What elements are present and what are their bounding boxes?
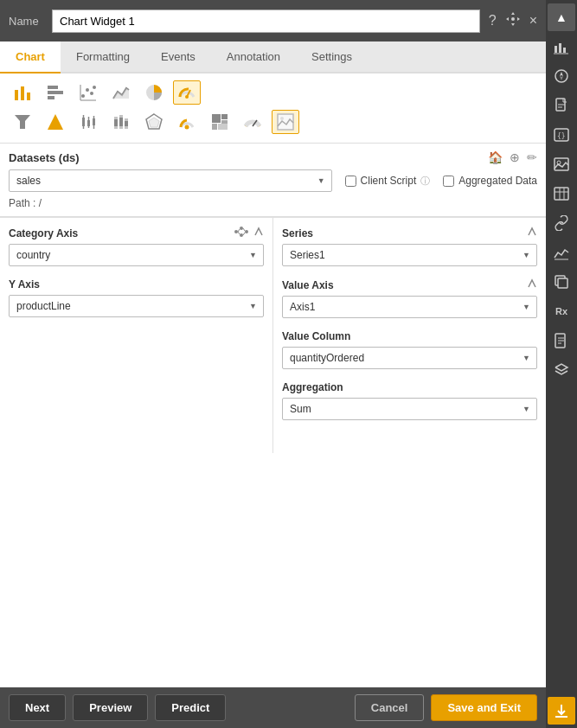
bar-chart-icon[interactable] xyxy=(9,80,36,105)
dataset-select[interactable]: sales xyxy=(10,170,331,191)
home-icon[interactable]: 🏠 xyxy=(488,150,503,164)
client-script-label: Client Script xyxy=(361,175,417,187)
sidebar-copy-icon[interactable] xyxy=(548,268,575,296)
predict-button[interactable]: Predict xyxy=(155,694,226,721)
tab-events[interactable]: Events xyxy=(145,42,211,73)
gauge-alt-icon[interactable] xyxy=(239,110,266,134)
y-axis-label: Y Axis xyxy=(9,278,264,291)
tab-settings[interactable]: Settings xyxy=(296,42,368,73)
help-icon[interactable]: ? xyxy=(489,13,497,29)
svg-point-43 xyxy=(280,117,284,120)
svg-rect-52 xyxy=(555,46,557,53)
svg-marker-34 xyxy=(149,118,159,127)
datasets-section: Datasets (ds) 🏠 ⊕ ✏ sales Client Script … xyxy=(0,144,546,217)
sidebar-chart-icon[interactable] xyxy=(548,33,575,61)
empty-space xyxy=(0,453,546,688)
sidebar-file-icon[interactable] xyxy=(548,327,575,354)
dial-icon[interactable] xyxy=(173,110,201,134)
treemap-icon[interactable] xyxy=(206,110,234,134)
value-column-select-wrapper[interactable]: quantityOrdered xyxy=(282,347,537,369)
sidebar-rx-icon[interactable]: Rx xyxy=(548,297,575,325)
category-axis-label: Category Axis xyxy=(9,227,264,239)
tab-formatting[interactable]: Formatting xyxy=(61,42,145,73)
svg-rect-32 xyxy=(125,121,128,126)
sidebar-image-icon[interactable] xyxy=(548,150,575,178)
value-axis-label: Value Axis xyxy=(282,278,537,291)
network-icon[interactable] xyxy=(234,227,248,239)
svg-rect-66 xyxy=(555,188,568,200)
header: Name ? × xyxy=(0,0,546,42)
sidebar-download-icon[interactable] xyxy=(548,697,575,725)
sidebar-doc-icon[interactable] xyxy=(548,92,575,119)
category-axis-section: Category Axis xyxy=(9,227,264,266)
aggregated-data-checkbox[interactable] xyxy=(443,176,454,187)
svg-rect-37 xyxy=(221,114,228,119)
svg-point-6 xyxy=(81,94,85,98)
two-col-area: Category Axis xyxy=(0,218,546,453)
svg-point-8 xyxy=(90,92,93,95)
pie-chart-icon[interactable] xyxy=(140,80,168,105)
category-axis-select[interactable]: country xyxy=(10,245,263,265)
aggregated-data-checkbox-item: Aggregated Data xyxy=(443,175,537,187)
hbar-chart-icon[interactable] xyxy=(42,80,69,105)
gauge-chart-icon[interactable] xyxy=(173,80,201,105)
series-select-wrapper[interactable]: Series1 xyxy=(282,244,537,266)
series-label: Series xyxy=(282,227,537,239)
series-arrow-icon[interactable] xyxy=(527,227,537,239)
close-icon[interactable]: × xyxy=(529,13,537,29)
move-icon[interactable] xyxy=(505,11,521,30)
svg-rect-53 xyxy=(559,43,561,53)
sidebar-code-icon[interactable]: {} xyxy=(548,121,575,149)
value-column-label: Value Column xyxy=(282,330,537,342)
sidebar-up-icon[interactable]: ▲ xyxy=(548,3,575,31)
edit-icon[interactable]: ✏ xyxy=(527,150,537,164)
value-column-select[interactable]: quantityOrdered xyxy=(283,348,536,368)
scatter-chart-icon[interactable] xyxy=(74,80,102,105)
variance-icon[interactable] xyxy=(107,110,135,134)
funnel-icon[interactable] xyxy=(9,110,36,134)
header-icons: ? × xyxy=(489,11,537,30)
arrow-icon[interactable] xyxy=(253,227,264,239)
tab-annotation[interactable]: Annotation xyxy=(211,42,296,73)
dataset-select-wrapper[interactable]: sales xyxy=(9,169,332,192)
right-sidebar: ▲ {} xyxy=(546,0,577,728)
chart-icon-row-1 xyxy=(9,80,537,105)
svg-rect-24 xyxy=(93,118,95,125)
svg-point-46 xyxy=(240,233,243,237)
svg-rect-1 xyxy=(21,86,24,100)
save-exit-button[interactable]: Save and Exit xyxy=(431,694,537,721)
sidebar-table-icon[interactable] xyxy=(548,180,575,208)
cancel-button[interactable]: Cancel xyxy=(355,694,425,721)
sidebar-layers-icon[interactable] xyxy=(548,356,575,384)
y-axis-select-wrapper[interactable]: productLine xyxy=(9,295,264,317)
name-input[interactable] xyxy=(52,10,480,33)
category-axis-select-wrapper[interactable]: country xyxy=(9,244,264,266)
series-select[interactable]: Series1 xyxy=(283,245,536,265)
aggregation-select[interactable]: Sum xyxy=(283,399,536,419)
sidebar-compass-icon[interactable] xyxy=(548,62,575,90)
y-axis-section: Y Axis productLine xyxy=(9,278,264,317)
svg-point-7 xyxy=(86,88,89,92)
area-chart-icon[interactable] xyxy=(107,80,135,105)
candlestick-icon[interactable] xyxy=(74,110,102,134)
next-button[interactable]: Next xyxy=(9,694,66,721)
sidebar-link-icon[interactable] xyxy=(548,209,575,237)
image-chart-icon[interactable] xyxy=(272,110,299,134)
value-axis-arrow-icon[interactable] xyxy=(527,278,537,291)
client-script-checkbox[interactable] xyxy=(345,176,356,187)
triangle-icon[interactable] xyxy=(42,110,69,134)
value-axis-select[interactable]: Axis1 xyxy=(283,297,536,317)
y-axis-select[interactable]: productLine xyxy=(10,296,263,316)
aggregation-select-wrapper[interactable]: Sum xyxy=(282,398,537,420)
svg-rect-39 xyxy=(212,124,217,130)
radar-icon[interactable] xyxy=(140,110,168,134)
value-axis-select-wrapper[interactable]: Axis1 xyxy=(282,296,537,318)
preview-button[interactable]: Preview xyxy=(73,694,148,721)
chart-type-section xyxy=(0,73,546,144)
aggregation-label: Aggregation xyxy=(282,381,537,393)
svg-rect-42 xyxy=(278,114,293,130)
svg-rect-5 xyxy=(48,96,54,99)
add-icon[interactable]: ⊕ xyxy=(510,150,520,164)
tab-chart[interactable]: Chart xyxy=(0,42,61,73)
sidebar-chart2-icon[interactable] xyxy=(548,239,575,266)
